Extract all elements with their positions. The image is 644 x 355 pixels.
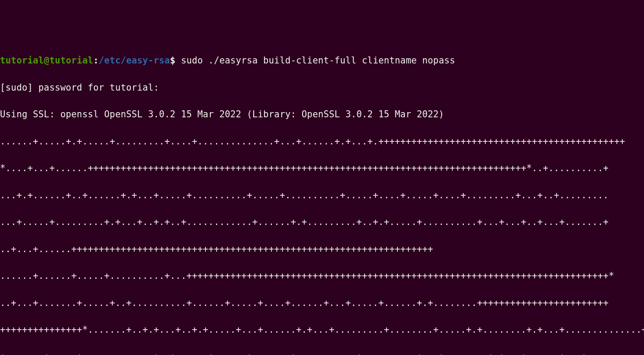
prompt-user: tutorial@tutorial xyxy=(0,55,93,66)
output-line: ...+.+......+..+......+.+...+.....+.....… xyxy=(0,189,644,202)
output-line: *....+...+......++++++++++++++++++++++++… xyxy=(0,162,644,175)
command-text: sudo ./easyrsa build-client-full clientn… xyxy=(181,55,455,66)
prompt-line[interactable]: tutorial@tutorial:/etc/easy-rsa$ sudo ./… xyxy=(0,54,644,67)
output-line: ..+...+......+++++++++++++++++++++++++++… xyxy=(0,243,644,256)
prompt-dollar: $ xyxy=(170,55,181,66)
output-line: ..+...+.......+.....+..+..........+.....… xyxy=(0,296,644,310)
prompt-path: /etc/easy-rsa xyxy=(99,55,170,66)
output-line: ......+.....+.+.....+.........+....+....… xyxy=(0,135,644,148)
output-line: [sudo] password for tutorial: xyxy=(0,81,644,95)
output-line: +++++++++++++++*.......+..+.+...+..+.+..… xyxy=(0,323,644,337)
prompt-colon: : xyxy=(93,55,99,66)
output-line: ......+......+.....+..........+...++++++… xyxy=(0,269,644,283)
output-line: Using SSL: openssl OpenSSL 3.0.2 15 Mar … xyxy=(0,108,644,121)
output-line: ...+.....+.........+.+...+..+.+..+......… xyxy=(0,215,644,229)
output-line: +.......+.....+.............+..+......+.… xyxy=(0,350,644,355)
